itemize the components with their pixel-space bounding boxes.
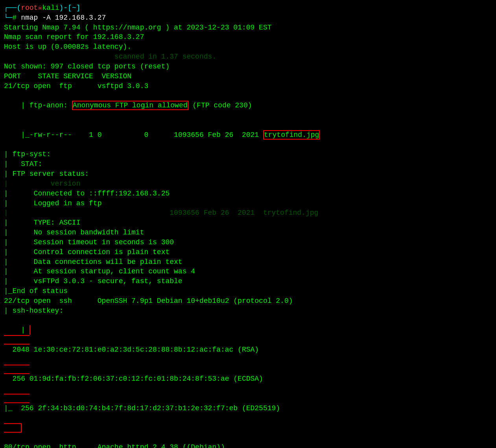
highlight-ftp-anon: Anonymous FTP login allowed bbox=[72, 101, 188, 110]
line-ssh-hostkey: | ssh-hostkey: bbox=[4, 306, 492, 316]
line-logged-in: | Logged in as ftp bbox=[4, 199, 492, 208]
line-stat: | STAT: bbox=[4, 159, 492, 169]
prompt-line: ┌──(root☠kali)-[~] bbox=[4, 3, 492, 13]
terminal-window: ┌──(root☠kali)-[~] └─# nmap -A 192.168.3… bbox=[0, 0, 496, 448]
line-not-shown: Not shown: 997 closed tcp ports (reset) bbox=[4, 62, 492, 72]
line-ssh-keys: | 2048 1e:30:ce:72:81:e0:a2:3d:5c:28:88:… bbox=[4, 316, 492, 443]
line-ftp-syst: | ftp-syst: bbox=[4, 149, 492, 159]
line-connected: | Connected to ::ffff:192.168.3.25 bbox=[4, 189, 492, 199]
command-line: └─# nmap -A 192.168.3.27 bbox=[4, 13, 492, 23]
prompt-corner: └─ bbox=[4, 13, 13, 23]
line-faint-file: | 1093656 Feb 26 2021 trytofind.jpg bbox=[4, 208, 492, 218]
line-session-timeout: | Session timeout in seconds is 300 bbox=[4, 238, 492, 247]
bracket-open: ┌──( bbox=[4, 3, 21, 13]
line-ssh-port: 22/tcp open ssh OpenSSH 7.9p1 Debian 10+… bbox=[4, 296, 492, 306]
line-end-status: |_End of status bbox=[4, 286, 492, 296]
highlight-filename: trytofind.jpg bbox=[263, 130, 320, 140]
command-text: nmap -A 192.168.3.27 bbox=[21, 13, 106, 23]
line-ftp-port: 21/tcp open ftp vsftpd 3.0.3 bbox=[4, 81, 492, 91]
prompt-hash: # bbox=[13, 13, 21, 23]
line-vsftpd: | vsFTPd 3.0.3 - secure, fast, stable bbox=[4, 277, 492, 286]
line-ftp-anon: | ftp-anon: Anonymous FTP login allowed … bbox=[4, 91, 492, 120]
prompt-skull-icon: ☠ bbox=[38, 3, 42, 13]
line-faint-1: scanned in 1.37 seconds. bbox=[4, 52, 492, 62]
bracket-close2: ] bbox=[76, 3, 81, 13]
highlight-ssh-keys: 2048 1e:30:ce:72:81:e0:a2:3d:5c:28:88:8b… bbox=[4, 325, 492, 432]
bracket-close: )-[ bbox=[59, 3, 72, 13]
line-host-up: Host is up (0.00082s latency). bbox=[4, 42, 492, 52]
line-port-header: PORT STATE SERVICE VERSION bbox=[4, 72, 492, 81]
prompt-dir: ~ bbox=[72, 3, 76, 13]
line-scan-report: Nmap scan report for 192.168.3.27 bbox=[4, 32, 492, 42]
line-file-listing: |_-rw-r--r-- 1 0 0 1093656 Feb 26 2021 t… bbox=[4, 120, 492, 149]
line-no-session: | No session bandwidth limit bbox=[4, 228, 492, 238]
prompt-root-text: root bbox=[21, 3, 38, 13]
line-control-conn: | Control connection is plain text bbox=[4, 247, 492, 257]
prompt-kali-text: kali bbox=[42, 3, 59, 13]
line-ftp-server-status: | FTP server status: bbox=[4, 169, 492, 179]
line-http-port: 80/tcp open http Apache httpd 2.4.38 ((D… bbox=[4, 442, 492, 448]
line-type: | TYPE: ASCII bbox=[4, 218, 492, 228]
line-data-conn: | Data connections will be plain text bbox=[4, 257, 492, 267]
line-faint-version: | version bbox=[4, 179, 492, 189]
line-client-count: | At session startup, client count was 4 bbox=[4, 267, 492, 277]
line-starting: Starting Nmap 7.94 ( https://nmap.org ) … bbox=[4, 23, 492, 33]
